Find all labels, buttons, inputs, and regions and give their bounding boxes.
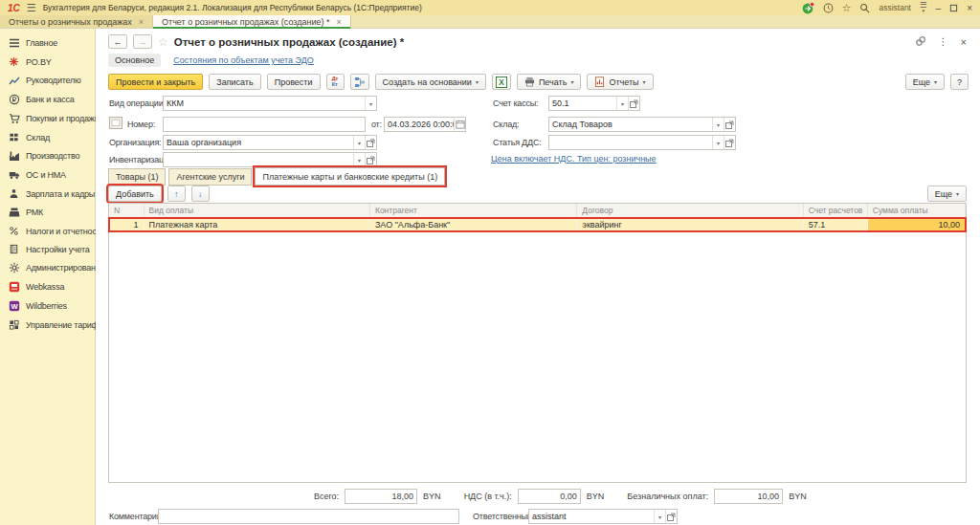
history-icon[interactable] [823,3,834,13]
responsible-field[interactable]: assistant ▾ [528,509,678,524]
open-icon[interactable] [365,136,376,149]
col-n[interactable]: N [109,204,144,218]
button-label: Записать [216,77,253,87]
vat-field[interactable]: 0,00 [518,489,581,504]
print-button[interactable]: Печать▾ [517,74,582,90]
warehouse-field[interactable]: Склад Товаров ▾ [548,117,736,132]
kebab-menu-icon[interactable]: ⋮ [939,36,948,47]
grid-more-button[interactable]: Еще▾ [927,186,967,202]
col-payment-amount[interactable]: Сумма оплаты [867,204,965,218]
nav-main[interactable]: Основное [108,54,161,67]
calendar-icon[interactable] [454,118,465,131]
cell-payment-amount[interactable]: 10,00 [867,218,965,231]
dropdown-icon[interactable]: ▾ [654,510,665,523]
sidebar-item-nalogi[interactable]: Налоги и отчетность [0,222,95,240]
help-button[interactable]: ? [950,74,969,90]
minimize-button[interactable]: – [936,3,942,13]
cashless-field[interactable]: 10,00 [714,489,783,504]
sidebar-item-administrirovanie[interactable]: Администрирование [0,258,95,277]
dds-article-field[interactable]: ▾ [548,135,736,150]
main-hamburger-icon[interactable]: ☰ [27,3,36,12]
open-icon[interactable] [628,97,639,110]
tab-agent-services[interactable]: Агентские услуги [168,168,252,186]
tab-payment-cards[interactable]: Платежные карты и банковские кредиты (1) [255,167,445,186]
get-link-icon[interactable] [915,35,926,49]
show-postings-button[interactable]: ДтКт [326,74,345,90]
auto-number-toggle[interactable] [109,117,122,131]
sidebar-item-pokupki-prodazhi[interactable]: Покупки и продажи [0,109,95,128]
cell-settlement-account[interactable]: 57.1 [803,218,867,231]
organization-field[interactable]: Ваша организация ▾ [163,135,377,150]
sidebar-item-rukovoditelyu[interactable]: Руководителю [0,71,95,90]
structure-button[interactable] [350,74,369,90]
window-tab-reports-list[interactable]: Отчеты о розничных продажах × [0,15,153,28]
discussions-icon[interactable] [802,2,814,14]
search-icon[interactable] [859,3,870,13]
sidebar-item-proizvodstvo[interactable]: Производство [0,146,95,165]
open-icon[interactable] [365,153,376,166]
sidebar-item-zarplata-kadry[interactable]: Зарплата и кадры [0,185,95,203]
post-and-close-button[interactable]: Провести и закрыть [108,74,203,90]
dropdown-icon[interactable]: ▾ [712,136,724,149]
nav-edo-link[interactable]: Состояния по объектам учета ЭДО [173,55,314,65]
cell-payment-type[interactable]: Платежная карта [144,218,369,231]
maximize-button[interactable] [949,4,958,12]
favorites-icon[interactable]: ☆ [842,2,852,14]
cell-counterparty[interactable]: ЗАО "Альфа-Банк" [369,218,576,231]
close-document-icon[interactable]: × [961,36,967,48]
dropdown-icon[interactable]: ▾ [353,153,365,166]
sidebar-item-bank-kassa[interactable]: Банк и касса [0,90,95,109]
excel-button[interactable]: X [492,74,511,90]
move-row-up-button[interactable]: ↑ [167,186,186,202]
tab-goods[interactable]: Товары (1) [108,168,166,186]
close-tab-icon[interactable]: × [139,17,144,27]
open-icon[interactable] [724,136,735,149]
dropdown-icon[interactable]: ▾ [616,97,628,110]
open-icon[interactable] [665,510,677,523]
snowflake-icon [8,56,20,67]
open-icon[interactable] [724,118,735,131]
write-button[interactable]: Записать [209,74,260,90]
col-payment-type[interactable]: Вид оплаты [144,204,369,218]
col-settlement-account[interactable]: Счет расчетов [803,204,867,218]
sidebar-item-upravlenie-tarifom[interactable]: Управление тарифом [0,316,95,334]
cash-account-field[interactable]: 50.1 ▾ [548,96,640,111]
sidebar-item-glavnoe[interactable]: Главное [0,33,95,53]
dropdown-icon[interactable]: ▾ [353,136,365,149]
form-more-button[interactable]: Еще▾ [905,74,945,90]
number-field[interactable] [163,117,366,132]
create-based-on-button[interactable]: Создать на основании▾ [375,74,486,90]
reports-button[interactable]: Отчеты▾ [587,74,653,90]
sidebar-item-poby[interactable]: PO.BY [0,53,95,71]
inventory-field[interactable]: ▾ [163,152,377,167]
sidebar-item-wildberries[interactable]: WWildberries [0,296,95,316]
col-counterparty[interactable]: Контрагент [369,204,576,218]
cell-contract[interactable]: эквайринг [577,218,803,231]
add-row-button[interactable]: Добавить [108,186,162,202]
operation-type-field[interactable]: ККМ ▾ [163,96,377,111]
post-button[interactable]: Провести [267,74,321,90]
forward-button[interactable]: → [133,34,152,49]
move-row-down-button[interactable]: ↓ [191,186,210,202]
cell-n[interactable]: 1 [109,218,144,231]
back-button[interactable]: ← [108,34,127,49]
dropdown-icon[interactable]: ▾ [712,118,724,131]
service-menu-icon[interactable]: ☰▾ [920,2,927,13]
window-tab-report-create[interactable]: Отчет о розничных продажах (создание) * … [153,15,351,29]
comment-field[interactable] [158,509,459,524]
sidebar-item-webkassa[interactable]: Webkassa [0,277,95,296]
table-row[interactable]: 1 Платежная карта ЗАО "Альфа-Банк" эквай… [109,218,966,231]
sidebar-item-nastroyki-ucheta[interactable]: Настройки учета [0,240,95,258]
close-tab-icon[interactable]: × [337,17,342,27]
sidebar-item-sklad[interactable]: Склад [0,128,95,146]
person-icon [8,188,20,199]
date-field[interactable]: 04.03.2026 0:00:00 [384,117,466,132]
col-contract[interactable]: Договор [577,204,803,218]
sidebar-item-rmk[interactable]: РМК [0,203,95,222]
favorite-star-icon[interactable]: ☆ [158,35,168,49]
total-field[interactable]: 18,00 [345,489,417,504]
sidebar-item-os-nma[interactable]: ОС и НМА [0,165,95,185]
vat-price-type-link[interactable]: Цена включает НДС. Тип цен: розничные [491,154,657,164]
dropdown-icon[interactable]: ▾ [365,97,376,110]
close-window-button[interactable]: × [967,3,972,13]
